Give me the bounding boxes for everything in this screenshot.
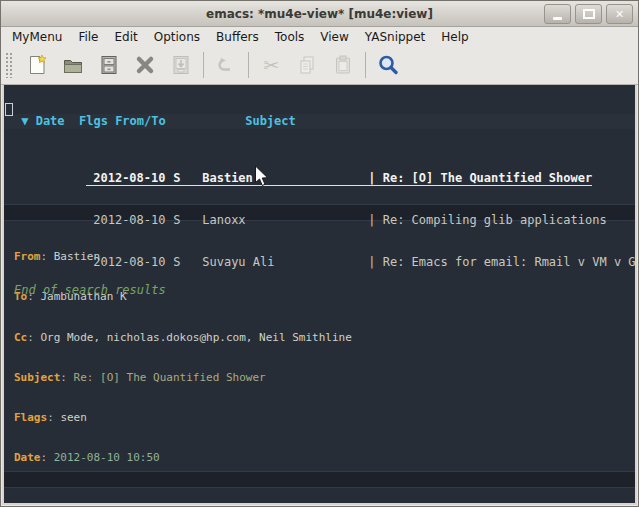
row-date: 2012-08-10 [86,213,173,227]
search-button[interactable] [370,49,406,81]
search-icon [376,53,400,77]
mu4e-headers-buffer[interactable]: ▼ Date Flgs From/To Subject 2012-08-10 S… [4,85,635,204]
emacs-window: emacs: *mu4e-view* [mu4e:view] ✕ MyMenu … [0,0,639,507]
undo-button [208,49,244,81]
field-colon: : [41,451,54,464]
window-title: emacs: *mu4e-view* [mu4e:view] [206,7,433,21]
row-date: 2012-08-10 [86,255,173,269]
open-folder-icon [61,53,85,77]
table-row[interactable]: 2012-08-10 S Lanoxx | Re: Compiling glib… [14,199,635,213]
table-row[interactable]: 2012-08-10 S Suvayu Ali | Re: Emacs for … [14,241,635,255]
copy-button [289,49,325,81]
menu-options[interactable]: Options [146,29,208,45]
emacs-frame: ▼ Date Flgs From/To Subject 2012-08-10 S… [2,85,637,505]
menu-file[interactable]: File [70,29,106,45]
menu-yasnippet[interactable]: YASnippet [357,29,434,45]
row-from: Lanoxx [202,213,368,227]
row-thread-separator: | [368,255,382,269]
menu-help[interactable]: Help [433,29,476,45]
close-x-icon [133,53,157,77]
field-value-subject: Re: [O] The Quantified Shower [74,371,266,384]
row-flags: S [173,255,202,269]
field-key-subject: Subject [14,371,60,384]
save-button[interactable] [91,49,127,81]
row-from: Suvayu Ali [202,255,368,269]
copy-icon [295,53,319,77]
cut-button: ✂ [253,49,289,81]
row-date: 2012-08-10 [86,171,173,185]
close-button[interactable]: ✕ [606,4,633,24]
end-of-search-results: End of search results [14,283,635,297]
title-bar[interactable]: emacs: *mu4e-view* [mu4e:view] ✕ [1,1,638,27]
save-icon [97,53,121,77]
field-value-flags: seen [60,411,87,424]
field-key-flags: Flags [14,411,47,424]
tool-bar: ✂ [1,46,638,85]
row-flags: S [173,213,202,227]
menu-tools[interactable]: Tools [267,29,313,45]
row-from: Bastien [202,171,368,185]
frame-content: ▼ Date Flgs From/To Subject 2012-08-10 S… [4,85,635,503]
menu-view[interactable]: View [312,29,356,45]
fringe-cursor-indicator [5,103,13,116]
toolbar-separator [203,52,204,78]
menu-buffers[interactable]: Buffers [208,29,267,45]
menu-mymenu[interactable]: MyMenu [4,29,70,45]
toolbar-drag-handle[interactable] [5,52,14,78]
close-buffer-button[interactable] [127,49,163,81]
paste-button [325,49,361,81]
field-colon: : [47,411,60,424]
new-file-button[interactable] [19,49,55,81]
save-as-icon [169,53,193,77]
close-icon: ✕ [615,9,624,20]
minimize-button[interactable] [544,4,571,24]
row-thread-separator: | [368,213,382,227]
field-colon: : [60,371,73,384]
row-subject: Re: [O] The Quantified Shower [383,171,593,185]
maximize-button[interactable] [575,4,602,24]
field-value-date: 2012-08-10 10:50 [54,451,160,464]
minimize-icon [553,17,562,20]
menu-edit[interactable]: Edit [107,29,146,45]
headers-column-header[interactable]: ▼ Date Flgs From/To Subject [4,114,635,129]
row-subject: Re: Compiling glib applications [383,213,607,227]
open-button[interactable] [55,49,91,81]
field-key-date: Date [14,451,41,464]
row-flags: S [173,171,202,185]
maximize-icon [583,9,595,19]
window-controls: ✕ [544,4,633,24]
modeline-view: *mu4e-view* ( 1, 0) [All/372] [mu4e:view… [4,471,635,488]
menu-bar: MyMenu File Edit Options Buffers Tools V… [1,27,638,46]
paste-clipboard-icon [331,53,355,77]
minibuffer[interactable] [4,488,635,502]
save-as-button [163,49,199,81]
toolbar-separator [248,52,249,78]
table-row[interactable]: 2012-08-10 S Bastien | Re: [O] The Quant… [14,157,635,171]
cut-scissors-icon: ✂ [263,54,279,76]
new-file-icon [25,53,49,77]
undo-icon [214,53,238,77]
row-thread-separator: | [368,171,382,185]
toolbar-separator [365,52,366,78]
row-subject: Re: Emacs for email: Rmail v VM v Gnus [383,255,635,269]
